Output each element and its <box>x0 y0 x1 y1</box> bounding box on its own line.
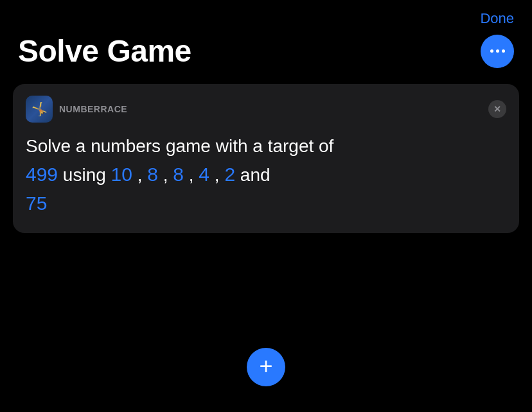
page-title: Solve Game <box>18 33 191 69</box>
and-connector: and <box>240 165 270 185</box>
card-header: 🤸 NUMBERRACE ✕ <box>26 96 506 123</box>
number-2: 8 <box>147 164 158 185</box>
app-icon: 🤸 <box>26 96 53 123</box>
number-1: 10 <box>111 164 132 185</box>
close-icon: ✕ <box>493 105 501 114</box>
app-icon-figure: 🤸 <box>31 101 48 117</box>
number-3: 8 <box>173 164 184 185</box>
card-content: Solve a numbers game with a target of 49… <box>26 133 506 218</box>
close-card-button[interactable]: ✕ <box>488 100 506 118</box>
add-icon: + <box>259 355 272 378</box>
header: Done <box>0 0 532 27</box>
done-button[interactable]: Done <box>480 10 514 27</box>
more-options-button[interactable] <box>481 35 514 68</box>
app-name-label: NUMBERRACE <box>59 104 127 114</box>
card-header-left: 🤸 NUMBERRACE <box>26 96 127 123</box>
comma-1: , <box>137 165 148 185</box>
comma-4: , <box>215 165 225 185</box>
number-4: 4 <box>199 164 209 185</box>
comma-2: , <box>163 165 173 185</box>
target-number: 499 <box>26 164 58 185</box>
number-5: 2 <box>224 164 235 185</box>
more-dots-container <box>490 49 505 53</box>
dot-2 <box>496 49 499 53</box>
comma-3: , <box>189 165 199 185</box>
add-button[interactable]: + <box>247 348 285 386</box>
dot-3 <box>502 49 505 53</box>
title-row: Solve Game <box>0 27 532 84</box>
description-prefix: Solve a numbers game with a target of <box>26 136 333 156</box>
final-number: 75 <box>26 193 47 214</box>
dot-1 <box>490 49 493 53</box>
shortcut-card: 🤸 NUMBERRACE ✕ Solve a numbers game with… <box>13 84 519 233</box>
using-label: using <box>63 165 111 185</box>
